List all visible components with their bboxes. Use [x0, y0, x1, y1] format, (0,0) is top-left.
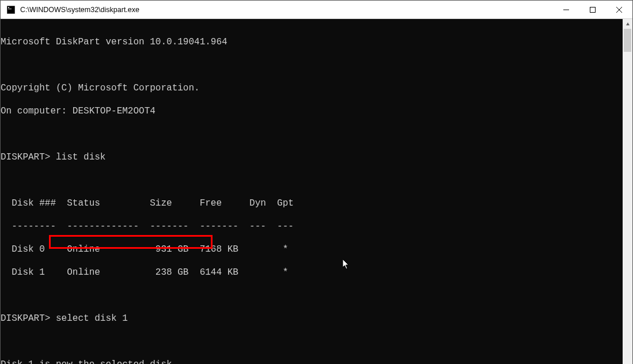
client-area: Microsoft DiskPart version 10.0.19041.96…: [1, 19, 632, 364]
terminal-line: [1, 59, 623, 71]
terminal-line: Copyright (C) Microsoft Corporation.: [1, 82, 623, 94]
window-controls: [553, 1, 632, 18]
maximize-button[interactable]: [579, 1, 606, 18]
svg-rect-1: [8, 7, 9, 8]
close-button[interactable]: [606, 1, 632, 18]
titlebar[interactable]: C:\WINDOWS\system32\diskpart.exe: [1, 1, 632, 19]
terminal-prompt-line: DISKPART> list disk: [1, 151, 623, 163]
terminal[interactable]: Microsoft DiskPart version 10.0.19041.96…: [1, 19, 623, 364]
scroll-track[interactable]: [623, 29, 632, 364]
app-icon: [6, 5, 16, 14]
svg-rect-2: [8, 9, 12, 9]
command: select disk 1: [56, 313, 128, 324]
terminal-line: [1, 290, 623, 301]
scroll-thumb[interactable]: [624, 29, 631, 52]
prompt: DISKPART>: [1, 313, 56, 324]
terminal-line: Microsoft DiskPart version 10.0.19041.96…: [1, 36, 623, 48]
terminal-line: Disk 1 is now the selected disk.: [1, 359, 623, 364]
vertical-scrollbar[interactable]: [623, 19, 632, 364]
minimize-button[interactable]: [553, 1, 579, 18]
terminal-line: [1, 175, 623, 186]
table-header: Disk ### Status Size Free Dyn Gpt: [1, 198, 623, 209]
terminal-prompt-line: DISKPART> select disk 1: [1, 313, 623, 324]
table-row: Disk 1 Online 238 GB 6144 KB *: [1, 267, 623, 278]
window-title: C:\WINDOWS\system32\diskpart.exe: [20, 1, 553, 19]
terminal-line: [1, 336, 623, 347]
table-row: Disk 0 Online 931 GB 7168 KB *: [1, 244, 623, 255]
prompt: DISKPART>: [1, 152, 56, 162]
table-divider: -------- ------------- ------- ------- -…: [1, 221, 623, 232]
window: C:\WINDOWS\system32\diskpart.exe Microso…: [0, 0, 633, 364]
scroll-up-button[interactable]: [623, 19, 632, 29]
terminal-line: On computer: DESKTOP-EM2OOT4: [1, 105, 623, 117]
svg-marker-7: [626, 22, 630, 25]
svg-rect-4: [590, 7, 596, 12]
terminal-line: [1, 128, 623, 140]
command: list disk: [56, 152, 105, 162]
